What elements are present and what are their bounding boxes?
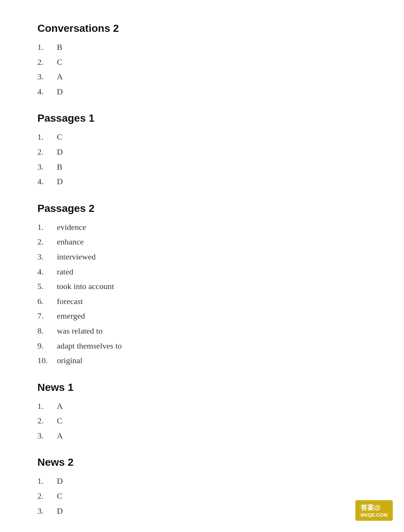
item-answer: interviewed <box>57 249 96 264</box>
section-passages2: Passages 21.evidence2.enhance3.interview… <box>37 203 367 368</box>
watermark: 答案@ MXQE.COM <box>355 500 393 521</box>
item-number: 1. <box>37 474 57 489</box>
item-answer: D <box>57 174 63 189</box>
item-answer: B <box>57 159 62 174</box>
page-container: Conversations 21.B2.C3.A4.DPassages 11.C… <box>0 0 404 532</box>
item-answer: adapt themselves to <box>57 338 122 353</box>
list-item: 1.C <box>37 130 367 145</box>
item-number: 1. <box>37 220 57 235</box>
list-item: 1.A <box>37 399 367 414</box>
item-answer: A <box>57 399 63 414</box>
list-item: 2.enhance <box>37 234 367 249</box>
item-number: 1. <box>37 399 57 414</box>
item-answer: enhance <box>57 234 84 249</box>
list-item: 2.C <box>37 413 367 428</box>
item-number: 3. <box>37 159 57 174</box>
section-title-conversations2: Conversations 2 <box>37 22 367 34</box>
item-number: 10. <box>37 353 57 368</box>
item-answer: evidence <box>57 220 86 235</box>
item-answer: A <box>57 69 63 84</box>
list-item: 2.C <box>37 489 367 504</box>
list-item: 9.adapt themselves to <box>37 338 367 353</box>
item-number: 3. <box>37 69 57 84</box>
item-number: 9. <box>37 338 57 353</box>
item-answer: C <box>57 413 62 428</box>
section-passages1: Passages 11.C2.D3.B4.D <box>37 112 367 189</box>
item-number: 4. <box>37 84 57 99</box>
list-item: 6.forecast <box>37 294 367 309</box>
item-number: 2. <box>37 413 57 428</box>
list-item: 3.D <box>37 504 367 519</box>
list-item: 5.took into account <box>37 279 367 294</box>
list-item: 1.evidence <box>37 220 367 235</box>
item-number: 8. <box>37 323 57 338</box>
item-answer: D <box>57 84 63 99</box>
item-answer: C <box>57 489 62 504</box>
section-conversations2: Conversations 21.B2.C3.A4.D <box>37 22 367 99</box>
list-item: 8.was related to <box>37 323 367 338</box>
item-answer: D <box>57 474 63 489</box>
section-title-news2: News 2 <box>37 456 367 468</box>
item-answer: forecast <box>57 294 83 309</box>
answer-list-news1: 1.A2.C3.A <box>37 399 367 443</box>
item-answer: emerged <box>57 308 85 323</box>
item-answer: A <box>57 428 63 443</box>
item-answer: was related to <box>57 323 102 338</box>
list-item: 1.D <box>37 474 367 489</box>
section-news2: News 21.D2.C3.D <box>37 456 367 518</box>
list-item: 3.A <box>37 428 367 443</box>
list-item: 3.B <box>37 159 367 174</box>
item-number: 4. <box>37 174 57 189</box>
item-answer: C <box>57 55 62 70</box>
answer-list-news2: 1.D2.C3.D <box>37 474 367 518</box>
section-title-news1: News 1 <box>37 381 367 393</box>
watermark-line2: MXQE.COM <box>361 512 388 518</box>
section-news1: News 11.A2.C3.A <box>37 381 367 443</box>
item-answer: D <box>57 504 63 519</box>
list-item: 2.D <box>37 145 367 159</box>
section-title-passages2: Passages 2 <box>37 203 367 215</box>
item-number: 2. <box>37 489 57 504</box>
watermark-line1: 答案@ <box>361 504 381 511</box>
list-item: 3.interviewed <box>37 249 367 264</box>
item-number: 3. <box>37 249 57 264</box>
list-item: 3.A <box>37 69 367 84</box>
item-answer: B <box>57 40 62 55</box>
item-answer: original <box>57 353 82 368</box>
item-answer: C <box>57 130 62 145</box>
item-number: 6. <box>37 294 57 309</box>
item-number: 4. <box>37 264 57 279</box>
list-item: 4.D <box>37 174 367 189</box>
item-number: 1. <box>37 40 57 55</box>
item-answer: rated <box>57 264 73 279</box>
list-item: 10.original <box>37 353 367 368</box>
list-item: 4.D <box>37 84 367 99</box>
list-item: 7.emerged <box>37 308 367 323</box>
item-number: 2. <box>37 145 57 159</box>
list-item: 2.C <box>37 55 367 70</box>
item-number: 5. <box>37 279 57 294</box>
item-number: 2. <box>37 55 57 70</box>
answer-list-conversations2: 1.B2.C3.A4.D <box>37 40 367 99</box>
item-number: 7. <box>37 308 57 323</box>
item-number: 3. <box>37 504 57 519</box>
item-answer: D <box>57 145 63 159</box>
section-title-passages1: Passages 1 <box>37 112 367 124</box>
item-number: 3. <box>37 428 57 443</box>
answer-list-passages1: 1.C2.D3.B4.D <box>37 130 367 189</box>
list-item: 1.B <box>37 40 367 55</box>
item-number: 1. <box>37 130 57 145</box>
item-answer: took into account <box>57 279 114 294</box>
list-item: 4.rated <box>37 264 367 279</box>
item-number: 2. <box>37 234 57 249</box>
answer-list-passages2: 1.evidence2.enhance3.interviewed4.rated5… <box>37 220 367 368</box>
